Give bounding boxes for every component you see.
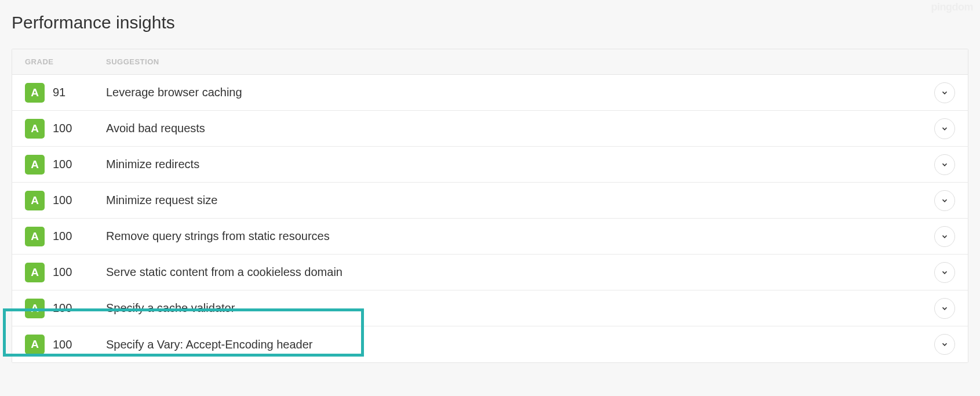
- chevron-down-icon: [941, 197, 949, 205]
- suggestion-text: Specify a cache validator: [106, 301, 934, 315]
- grade-cell: A 100: [25, 299, 106, 318]
- suggestion-text: Leverage browser caching: [106, 86, 934, 99]
- expand-cell: [934, 226, 955, 247]
- chevron-down-icon: [941, 232, 949, 241]
- table-row[interactable]: A 100 Remove query strings from static r…: [12, 219, 968, 255]
- suggestion-text: Minimize redirects: [106, 158, 934, 171]
- expand-button[interactable]: [934, 334, 955, 355]
- table-row[interactable]: A 100 Serve static content from a cookie…: [12, 255, 968, 290]
- expand-button[interactable]: [934, 82, 955, 103]
- grade-score: 100: [53, 158, 72, 171]
- grade-badge: A: [25, 227, 45, 246]
- chevron-down-icon: [941, 304, 949, 313]
- grade-badge: A: [25, 299, 45, 318]
- grade-badge: A: [25, 335, 45, 354]
- suggestion-text: Serve static content from a cookieless d…: [106, 266, 934, 279]
- grade-score: 100: [53, 230, 72, 243]
- table-row[interactable]: A 100 Avoid bad requests: [12, 111, 968, 147]
- chevron-down-icon: [941, 89, 949, 97]
- expand-cell: [934, 118, 955, 139]
- expand-button[interactable]: [934, 190, 955, 211]
- grade-cell: A 100: [25, 227, 106, 246]
- chevron-down-icon: [941, 268, 949, 277]
- grade-badge: A: [25, 191, 45, 210]
- chevron-down-icon: [941, 125, 949, 133]
- grade-score: 91: [53, 86, 65, 99]
- table-row[interactable]: A 100 Specify a Vary: Accept-Encoding he…: [12, 326, 968, 362]
- suggestion-text: Minimize request size: [106, 194, 934, 207]
- suggestion-text: Specify a Vary: Accept-Encoding header: [106, 338, 934, 351]
- grade-score: 100: [53, 266, 72, 279]
- grade-score: 100: [53, 122, 72, 135]
- expand-cell: [934, 298, 955, 319]
- expand-cell: [934, 334, 955, 355]
- grade-score: 100: [53, 338, 72, 351]
- table-row[interactable]: A 100 Minimize request size: [12, 183, 968, 219]
- insights-table: GRADE SUGGESTION A 91 Leverage browser c…: [12, 49, 968, 363]
- suggestion-text: Avoid bad requests: [106, 122, 934, 135]
- table-header: GRADE SUGGESTION: [12, 49, 968, 75]
- expand-cell: [934, 154, 955, 175]
- suggestion-text: Remove query strings from static resourc…: [106, 230, 934, 243]
- grade-score: 100: [53, 301, 72, 315]
- expand-cell: [934, 262, 955, 283]
- expand-cell: [934, 82, 955, 103]
- expand-button[interactable]: [934, 298, 955, 319]
- expand-button[interactable]: [934, 118, 955, 139]
- grade-badge: A: [25, 155, 45, 175]
- expand-cell: [934, 190, 955, 211]
- grade-cell: A 100: [25, 191, 106, 210]
- watermark-text: pingdom: [931, 1, 973, 13]
- chevron-down-icon: [941, 340, 949, 348]
- grade-cell: A 100: [25, 155, 106, 175]
- grade-cell: A 91: [25, 83, 106, 103]
- expand-button[interactable]: [934, 154, 955, 175]
- header-grade: GRADE: [25, 57, 106, 66]
- grade-badge: A: [25, 119, 45, 139]
- grade-cell: A 100: [25, 335, 106, 354]
- grade-cell: A 100: [25, 119, 106, 139]
- grade-cell: A 100: [25, 263, 106, 282]
- grade-score: 100: [53, 194, 72, 207]
- grade-badge: A: [25, 263, 45, 282]
- chevron-down-icon: [941, 161, 949, 169]
- expand-button[interactable]: [934, 226, 955, 247]
- page-container: Performance insights GRADE SUGGESTION A …: [0, 0, 980, 380]
- page-title: Performance insights: [12, 13, 968, 32]
- table-row[interactable]: A 100 Specify a cache validator: [12, 290, 968, 326]
- table-row[interactable]: A 100 Minimize redirects: [12, 147, 968, 183]
- expand-button[interactable]: [934, 262, 955, 283]
- header-suggestion: SUGGESTION: [106, 57, 955, 66]
- table-row[interactable]: A 91 Leverage browser caching: [12, 75, 968, 111]
- grade-badge: A: [25, 83, 45, 103]
